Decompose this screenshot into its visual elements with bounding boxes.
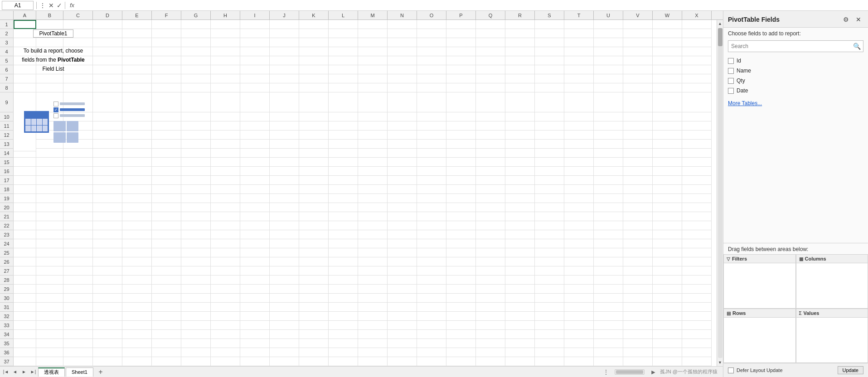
cell-U31[interactable] <box>594 303 623 312</box>
cell-G11[interactable] <box>181 121 211 130</box>
cell-R16[interactable] <box>505 167 535 176</box>
cell-T15[interactable] <box>564 158 594 167</box>
cell-A24[interactable] <box>14 239 36 248</box>
cell-K3[interactable] <box>299 38 329 47</box>
cell-V29[interactable] <box>623 285 653 294</box>
cell-T9[interactable] <box>564 92 594 112</box>
cell-J1[interactable] <box>270 20 299 29</box>
cell-U15[interactable] <box>594 158 623 167</box>
cell-B16[interactable] <box>36 167 63 176</box>
cell-S31[interactable] <box>535 303 564 312</box>
sheet-nav-prev[interactable]: ◄ <box>11 368 19 376</box>
cell-J28[interactable] <box>270 276 299 285</box>
cell-Q5[interactable] <box>476 56 505 65</box>
cell-P15[interactable] <box>446 158 476 167</box>
cell-E2[interactable] <box>122 29 152 38</box>
cell-F16[interactable] <box>152 167 181 176</box>
cell-U14[interactable] <box>594 149 623 158</box>
cell-U29[interactable] <box>594 285 623 294</box>
cell-G16[interactable] <box>181 167 211 176</box>
cell-D30[interactable] <box>93 294 122 303</box>
cell-V28[interactable] <box>623 276 653 285</box>
cell-J34[interactable] <box>270 330 299 339</box>
cell-R8[interactable] <box>505 83 535 92</box>
cell-G10[interactable] <box>181 112 211 121</box>
cell-X5[interactable] <box>682 56 712 65</box>
cell-X24[interactable] <box>682 239 712 248</box>
cell-T35[interactable] <box>564 339 594 348</box>
cell-E15[interactable] <box>122 158 152 167</box>
cell-W2[interactable] <box>653 29 682 38</box>
cell-D6[interactable] <box>93 65 122 74</box>
more-tables-link[interactable]: More Tables... <box>723 99 868 110</box>
cell-T1[interactable] <box>564 20 594 29</box>
cell-I8[interactable] <box>240 83 270 92</box>
cell-J10[interactable] <box>270 112 299 121</box>
cell-V20[interactable] <box>623 203 653 212</box>
cell-K14[interactable] <box>299 149 329 158</box>
cell-P8[interactable] <box>446 83 476 92</box>
cell-D24[interactable] <box>93 239 122 248</box>
cell-A3[interactable] <box>14 38 36 47</box>
cell-O11[interactable] <box>417 121 446 130</box>
cell-H4[interactable] <box>211 47 240 56</box>
cell-O2[interactable] <box>417 29 446 38</box>
cell-F13[interactable] <box>152 140 181 149</box>
cell-T24[interactable] <box>564 239 594 248</box>
cell-O6[interactable] <box>417 65 446 74</box>
cell-E9[interactable] <box>122 92 152 112</box>
cell-G27[interactable] <box>181 266 211 276</box>
cell-Q7[interactable] <box>476 74 505 83</box>
cell-O1[interactable] <box>417 20 446 29</box>
cell-Q3[interactable] <box>476 38 505 47</box>
cell-C26[interactable] <box>63 257 93 266</box>
cell-W28[interactable] <box>653 276 682 285</box>
cell-X18[interactable] <box>682 185 712 194</box>
cell-D21[interactable] <box>93 212 122 221</box>
cell-E14[interactable] <box>122 149 152 158</box>
cell-N28[interactable] <box>388 276 417 285</box>
cell-A16[interactable] <box>14 167 36 176</box>
cell-X34[interactable] <box>682 330 712 339</box>
cell-R10[interactable] <box>505 112 535 121</box>
cell-G3[interactable] <box>181 38 211 47</box>
cell-F21[interactable] <box>152 212 181 221</box>
cell-N25[interactable] <box>388 248 417 257</box>
cell-X37[interactable] <box>682 357 712 366</box>
cell-K23[interactable] <box>299 230 329 239</box>
col-header-Q[interactable]: Q <box>476 11 505 19</box>
cell-K24[interactable] <box>299 239 329 248</box>
cell-J3[interactable] <box>270 38 299 47</box>
cell-I10[interactable] <box>240 112 270 121</box>
cell-U3[interactable] <box>594 38 623 47</box>
cell-U26[interactable] <box>594 257 623 266</box>
cell-F4[interactable] <box>152 47 181 56</box>
cell-P32[interactable] <box>446 312 476 321</box>
cell-X29[interactable] <box>682 285 712 294</box>
cell-I22[interactable] <box>240 221 270 230</box>
cell-R12[interactable] <box>505 130 535 140</box>
cell-F26[interactable] <box>152 257 181 266</box>
cell-M11[interactable] <box>358 121 388 130</box>
cell-P37[interactable] <box>446 357 476 366</box>
cell-A28[interactable] <box>14 276 36 285</box>
cell-F9[interactable] <box>152 92 181 112</box>
cell-H27[interactable] <box>211 266 240 276</box>
cell-E5[interactable] <box>122 56 152 65</box>
cell-J32[interactable] <box>270 312 299 321</box>
cell-L28[interactable] <box>329 276 358 285</box>
cell-W26[interactable] <box>653 257 682 266</box>
cell-U7[interactable] <box>594 74 623 83</box>
cell-A15[interactable] <box>14 158 36 167</box>
cell-R34[interactable] <box>505 330 535 339</box>
cell-G23[interactable] <box>181 230 211 239</box>
cell-J6[interactable] <box>270 65 299 74</box>
cell-P25[interactable] <box>446 248 476 257</box>
cell-A2[interactable]: PivotTable1 <box>14 29 36 38</box>
cell-reference-box[interactable]: A1 <box>2 1 34 10</box>
cell-M3[interactable] <box>358 38 388 47</box>
cell-D32[interactable] <box>93 312 122 321</box>
cell-U24[interactable] <box>594 239 623 248</box>
cell-M9[interactable] <box>358 92 388 112</box>
cell-S32[interactable] <box>535 312 564 321</box>
